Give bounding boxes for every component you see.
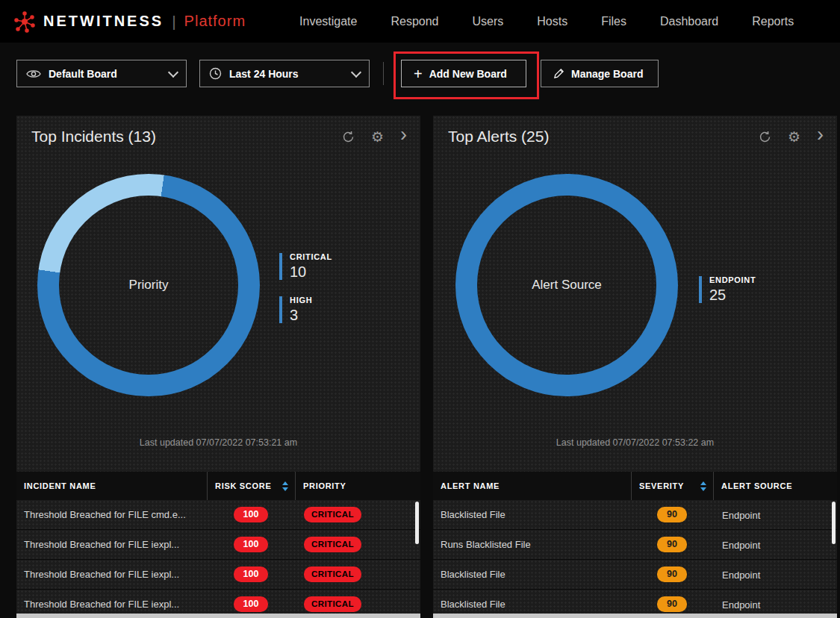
table-header: ALERT NAME SEVERITY ALERT SOURCE [433,472,837,500]
column-severity[interactable]: SEVERITY [631,472,713,500]
priority-badge: CRITICAL [304,507,361,523]
chevron-right-icon[interactable]: › [817,125,824,145]
brand-separator: | [172,13,175,31]
nav-item-users[interactable]: Users [473,15,504,28]
legend-label: CRITICAL [290,252,332,261]
incident-name: Threshold Breached for FILE iexpl... [16,569,207,580]
legend-value: 10 [290,263,332,281]
legend-value: 25 [709,287,756,304]
severity-cell: 90 [631,507,713,522]
alerts-table: ALERT NAME SEVERITY ALERT SOURCE Blackli… [433,472,837,618]
nav-item-dashboard[interactable]: Dashboard [660,15,718,28]
legend-item-critical: CRITICAL 10 [279,252,332,281]
refresh-icon[interactable] [759,131,771,143]
priority-badge: CRITICAL [304,596,361,613]
time-range-dropdown[interactable]: Last 24 Hours [199,60,370,87]
eye-icon [26,69,41,79]
sort-icon[interactable] [700,481,706,491]
severity-cell: 90 [631,537,713,552]
chevron-down-icon [168,66,178,77]
refresh-icon[interactable] [342,131,355,143]
alert-source-value: Endpoint [722,569,760,581]
legend-color-bar [279,253,282,280]
nav-item-reports[interactable]: Reports [752,15,794,28]
last-updated-text: Last updated 07/07/2022 07:53:21 am [16,437,420,448]
nav-item-hosts[interactable]: Hosts [537,15,567,28]
alert-source-cell: Endpoint [713,598,837,611]
panel-actions: ⚙ › [342,128,407,145]
gear-icon[interactable]: ⚙ [371,130,384,144]
column-priority[interactable]: PRIORITY [295,472,420,500]
brand: NETWITNESS | Platform [13,10,246,33]
incident-name: Threshold Breached for FILE cmd.e... [16,509,207,520]
risk-score-cell: 100 [207,596,295,612]
gear-icon[interactable]: ⚙ [788,130,800,144]
add-new-board-button[interactable]: + Add New Board [401,60,526,87]
incident-name: Threshold Breached for FILE iexpl... [16,539,207,550]
legend-value: 3 [290,307,312,324]
table-row[interactable]: Blacklisted File 90 Endpoint [433,500,837,530]
sort-icon[interactable] [282,481,288,491]
severity-badge: 90 [657,507,687,522]
plus-icon: + [414,66,423,81]
risk-score-badge: 100 [234,596,269,612]
pencil-icon [553,68,564,79]
manage-board-label: Manage Board [571,68,643,80]
table-row[interactable]: Threshold Breached for FILE iexpl... 100… [16,530,420,560]
donut-center-label: Alert Source [455,174,678,396]
panel-header: Top Alerts (25) ⚙ › [448,128,824,146]
severity-cell: 90 [631,566,713,582]
table-scrollbar[interactable] [415,502,419,544]
legend-label: HIGH [290,296,312,305]
column-alert-source[interactable]: ALERT SOURCE [713,472,837,500]
alert-source-cell: Endpoint [713,568,837,581]
column-alert-name[interactable]: ALERT NAME [433,472,631,500]
table-row[interactable]: Threshold Breached for FILE cmd.e... 100… [16,500,420,530]
column-incident-name[interactable]: INCIDENT NAME [16,472,207,500]
priority-cell: CRITICAL [295,596,420,613]
column-risk-score[interactable]: RISK SCORE [207,472,295,500]
table-scrollbar[interactable] [832,502,836,544]
incidents-table: INCIDENT NAME RISK SCORE PRIORITY Thresh… [16,472,420,618]
nav-item-files[interactable]: Files [601,15,626,28]
legend-item-high: HIGH 3 [279,296,332,324]
manage-board-button[interactable]: Manage Board [541,60,659,87]
last-updated-text: Last updated 07/07/2022 07:53:22 am [433,437,837,448]
panel-header: Top Incidents (13) ⚙ › [31,128,407,146]
nav-item-investigate[interactable]: Investigate [299,15,357,28]
nav-item-respond[interactable]: Respond [391,15,438,28]
legend-item-endpoint: ENDPOINT 25 [699,275,756,304]
netwitness-dashboard: NETWITNESS | Platform Investigate Respon… [0,0,840,618]
chevron-right-icon[interactable]: › [400,125,407,145]
panel-top-incidents: Top Incidents (13) ⚙ › Priority CR [16,116,420,618]
alert-source-cell: Endpoint [713,538,837,552]
alert-source-donut-chart: Alert Source [455,174,678,396]
risk-score-cell: 100 [207,566,295,582]
board-select-value: Default Board [49,68,117,80]
donut-center-label: Priority [37,174,260,396]
column-label: SEVERITY [639,481,684,490]
board-select-dropdown[interactable]: Default Board [16,60,187,87]
chart-legend: CRITICAL 10 HIGH 3 [279,252,332,324]
table-row[interactable]: Threshold Breached for FILE iexpl... 100… [16,560,420,590]
horizontal-scrollbar[interactable] [433,614,837,618]
risk-score-badge: 100 [234,537,269,552]
risk-score-badge: 100 [234,566,269,582]
table-row[interactable]: Runs Blacklisted File 90 Endpoint [433,530,837,560]
horizontal-scrollbar[interactable] [16,614,420,618]
priority-cell: CRITICAL [295,507,420,523]
risk-score-cell: 100 [207,507,295,522]
chevron-down-icon [351,66,361,77]
clock-icon [209,67,222,80]
alert-source-value: Endpoint [722,510,760,521]
brand-product: Platform [184,13,246,30]
column-label: RISK SCORE [215,481,271,490]
alert-name: Blacklisted File [433,599,631,610]
alert-source-value: Endpoint [722,540,760,551]
alert-name: Runs Blacklisted File [433,539,631,550]
risk-score-badge: 100 [234,507,269,522]
add-new-board-label: Add New Board [429,68,507,80]
severity-cell: 90 [631,596,713,612]
incident-name: Threshold Breached for FILE iexpl... [16,599,207,610]
table-row[interactable]: Blacklisted File 90 Endpoint [433,560,837,590]
